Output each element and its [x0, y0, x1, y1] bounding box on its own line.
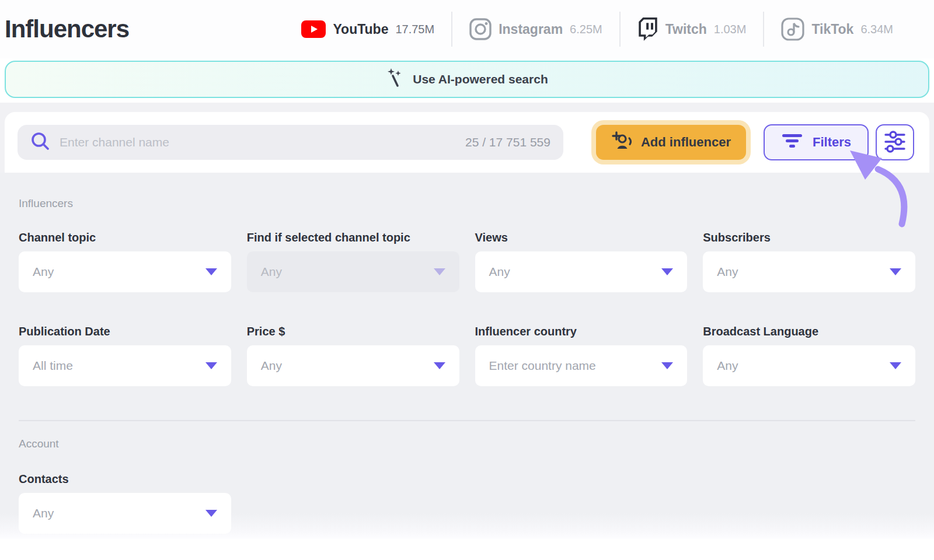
add-influencer-label: Add influencer	[641, 135, 731, 150]
field-channel-topic: Channel topic Any	[19, 231, 231, 292]
selected-channel-topic-dropdown: Any	[247, 251, 459, 292]
field-label: Publication Date	[19, 325, 231, 338]
filter-lines-icon	[781, 132, 803, 152]
chevron-down-icon	[205, 362, 217, 369]
dropdown-value: Any	[261, 359, 282, 373]
dropdown-value: Enter country name	[489, 359, 596, 373]
dropdown-value: Any	[717, 359, 738, 373]
filters-button[interactable]: Filters	[764, 124, 869, 160]
filters-grid: Channel topic Any Find if selected chann…	[19, 231, 915, 386]
tab-count: 6.25M	[570, 23, 602, 36]
saved-filters-button[interactable]	[876, 124, 914, 160]
page-title: Influencers	[5, 15, 129, 43]
chevron-down-icon	[434, 362, 445, 369]
ai-banner-label: Use AI-powered search	[413, 72, 548, 86]
search-toolbar: 25 / 17 751 559 Add influencer Filters	[5, 112, 929, 173]
filters-panel: Influencers Channel topic Any Find if se…	[0, 173, 934, 539]
chevron-down-icon	[661, 268, 673, 275]
views-dropdown[interactable]: Any	[475, 251, 688, 292]
header: Influencers YouTube 17.75M Instagram 6.2…	[0, 0, 934, 58]
section-divider	[19, 420, 915, 421]
field-publication-date: Publication Date All time	[19, 325, 231, 386]
search-icon	[30, 131, 50, 153]
sliders-icon	[883, 130, 907, 155]
results-counter: 25 / 17 751 559	[465, 135, 550, 149]
tab-count: 6.34M	[860, 23, 893, 36]
dropdown-value: Any	[33, 265, 54, 279]
ai-search-banner[interactable]: Use AI-powered search	[5, 61, 929, 98]
publication-date-dropdown[interactable]: All time	[19, 345, 231, 386]
magic-wand-icon	[386, 68, 405, 91]
twitch-icon	[637, 18, 658, 41]
tab-label: Twitch	[665, 22, 707, 37]
dropdown-value: Any	[261, 265, 282, 279]
field-label: Influencer country	[475, 325, 688, 338]
channel-topic-dropdown[interactable]: Any	[19, 251, 231, 292]
field-views: Views Any	[475, 231, 688, 292]
search-box[interactable]: 25 / 17 751 559	[18, 125, 563, 160]
contacts-dropdown[interactable]: Any	[19, 493, 231, 534]
tab-count: 1.03M	[714, 23, 747, 36]
section-label-influencers: Influencers	[19, 173, 915, 210]
field-influencer-country: Influencer country Enter country name	[475, 325, 688, 386]
broadcast-language-dropdown[interactable]: Any	[703, 345, 915, 386]
field-label: Views	[475, 231, 688, 244]
tab-tiktok[interactable]: TikTok 6.34M	[764, 10, 911, 48]
add-influencer-button[interactable]: Add influencer	[596, 125, 746, 160]
chevron-down-icon	[661, 362, 673, 369]
field-label: Contacts	[19, 473, 231, 486]
add-person-icon	[611, 131, 633, 153]
dropdown-value: All time	[33, 359, 73, 373]
tab-label: Instagram	[499, 22, 563, 37]
subscribers-dropdown[interactable]: Any	[703, 251, 915, 292]
chevron-down-icon	[890, 268, 901, 275]
field-label: Broadcast Language	[703, 325, 915, 338]
tiktok-icon	[781, 18, 804, 41]
field-label: Price $	[247, 325, 459, 338]
field-label: Channel topic	[19, 231, 231, 244]
tab-count: 17.75M	[395, 23, 434, 36]
field-label: Find if selected channel topic	[247, 231, 459, 244]
chevron-down-icon	[205, 510, 217, 517]
dropdown-value: Any	[489, 265, 510, 279]
channel-search-input[interactable]	[60, 135, 456, 149]
platform-tabs: YouTube 17.75M Instagram 6.25M Twitch 1.…	[284, 10, 911, 48]
field-subscribers: Subscribers Any	[703, 231, 915, 292]
chevron-down-icon	[890, 362, 901, 369]
field-selected-channel-topic: Find if selected channel topic Any	[247, 231, 459, 292]
instagram-icon	[469, 18, 492, 40]
influencer-country-dropdown[interactable]: Enter country name	[475, 345, 688, 386]
field-broadcast-language: Broadcast Language Any	[703, 325, 915, 386]
chevron-down-icon	[205, 268, 217, 275]
tab-label: TikTok	[811, 22, 853, 37]
tab-instagram[interactable]: Instagram 6.25M	[452, 10, 620, 48]
dropdown-value: Any	[717, 265, 738, 279]
youtube-icon	[301, 20, 326, 38]
field-contacts: Contacts Any	[19, 473, 231, 534]
tab-youtube[interactable]: YouTube 17.75M	[284, 10, 452, 48]
dropdown-value: Any	[33, 506, 54, 520]
filters-label: Filters	[813, 135, 851, 150]
chevron-down-icon	[434, 268, 445, 275]
section-label-account: Account	[19, 438, 915, 450]
tab-twitch[interactable]: Twitch 1.03M	[620, 10, 764, 48]
tab-label: YouTube	[333, 22, 388, 37]
field-label: Subscribers	[703, 231, 915, 244]
price-dropdown[interactable]: Any	[247, 345, 459, 386]
field-price: Price $ Any	[247, 325, 459, 386]
